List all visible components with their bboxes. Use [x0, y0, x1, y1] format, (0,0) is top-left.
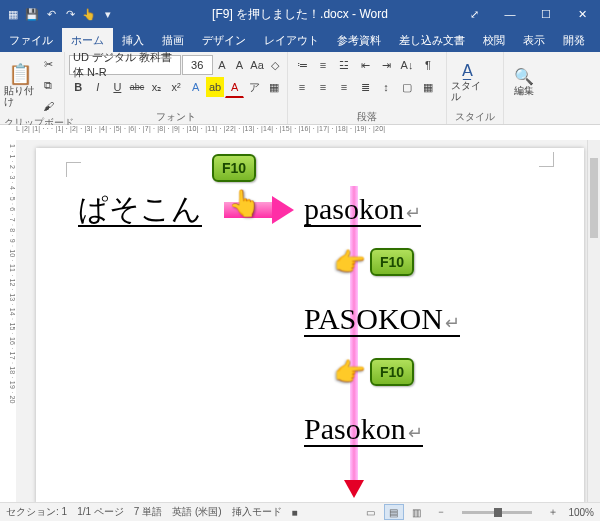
status-language[interactable]: 英語 (米国)	[172, 505, 221, 519]
zoom-in-button[interactable]: ＋	[548, 505, 558, 519]
indent-dec-icon[interactable]: ⇤	[355, 55, 375, 75]
maximize-button[interactable]: ☐	[528, 0, 564, 28]
show-marks-icon[interactable]: ¶	[418, 55, 438, 75]
tab-layout[interactable]: レイアウト	[255, 28, 328, 52]
group-paragraph-label: 段落	[292, 110, 442, 124]
tab-review[interactable]: 校閲	[474, 28, 514, 52]
font-name-select[interactable]: UD デジタル 教科書体 N-R	[69, 55, 181, 75]
grow-font-icon[interactable]: A	[214, 55, 231, 75]
arrow-right-head-icon	[272, 196, 294, 224]
text-effects-icon[interactable]: A	[186, 77, 205, 97]
superscript-button[interactable]: x²	[167, 77, 186, 97]
ruler-vertical[interactable]: 1 · 1 · 2 · 3 · 4 · 5 · 6 · 7 · 8 · 9 · …	[0, 140, 17, 503]
format-painter-icon[interactable]: 🖌	[38, 96, 58, 116]
tab-home[interactable]: ホーム	[62, 28, 113, 52]
group-font-label: フォント	[69, 110, 283, 124]
tab-view[interactable]: 表示	[514, 28, 554, 52]
bullets-icon[interactable]: ≔	[292, 55, 312, 75]
shading-icon[interactable]: ▢	[397, 77, 417, 97]
document-area: ぱそこん pasokon↵ PASOKON↵ Pasokon↵ F10 👆	[16, 140, 600, 503]
indent-inc-icon[interactable]: ⇥	[376, 55, 396, 75]
touch-mode-icon[interactable]: 👆	[82, 7, 96, 21]
subscript-button[interactable]: x₂	[147, 77, 166, 97]
change-case-icon[interactable]: Aa	[249, 55, 266, 75]
align-left-icon[interactable]: ≡	[292, 77, 312, 97]
redo-icon[interactable]: ↷	[63, 7, 77, 21]
view-web-icon[interactable]: ▥	[406, 504, 426, 520]
title-bar: ▦ 💾 ↶ ↷ 👆 ▾ [F9] を押しました！.docx - Word ⤢ —…	[0, 0, 600, 28]
tab-design[interactable]: デザイン	[193, 28, 255, 52]
char-border-icon[interactable]: ▦	[264, 77, 283, 97]
return-mark-icon: ↵	[408, 423, 423, 443]
view-print-icon[interactable]: ▤	[384, 504, 404, 520]
styles-button[interactable]: A̲ スタイル	[451, 59, 483, 105]
tab-help[interactable]: ヘルプ	[594, 28, 600, 52]
line-spacing-icon[interactable]: ↕	[376, 77, 396, 97]
highlight-icon[interactable]: ab	[206, 77, 225, 97]
page[interactable]: ぱそこん pasokon↵ PASOKON↵ Pasokon↵ F10 👆	[36, 148, 584, 503]
styles-icon: A̲	[462, 62, 473, 80]
numbering-icon[interactable]: ≡	[313, 55, 333, 75]
zoom-percent[interactable]: 100%	[568, 507, 594, 518]
pointing-hand-icon: 👆	[335, 246, 366, 278]
word-app-icon: ▦	[6, 7, 20, 21]
status-macro-rec-icon[interactable]: ■	[292, 507, 298, 518]
clear-format-icon[interactable]: ◇	[266, 55, 283, 75]
paste-button[interactable]: 📋 貼り付け	[4, 62, 36, 108]
pointing-hand-icon: 👆	[228, 188, 260, 219]
underline-button[interactable]: U	[108, 77, 127, 97]
tab-mailings[interactable]: 差し込み文書	[390, 28, 474, 52]
scrollbar-thumb[interactable]	[590, 158, 598, 238]
font-color-icon[interactable]: A	[225, 77, 244, 98]
font-size-select[interactable]: 36	[182, 55, 213, 75]
badge-f10-top: F10	[212, 154, 256, 182]
text-uppercase-value: PASOKON	[304, 302, 443, 335]
group-font: UD デジタル 教科書体 N-R 36 A A Aa ◇ B I U abc x…	[65, 52, 288, 124]
editing-button[interactable]: 🔍 編集	[508, 59, 540, 105]
group-editing: 🔍 編集	[504, 52, 554, 124]
multilevel-icon[interactable]: ☳	[334, 55, 354, 75]
editing-label: 編集	[514, 85, 534, 96]
borders-icon[interactable]: ▦	[418, 77, 438, 97]
save-icon[interactable]: 💾	[25, 7, 39, 21]
align-center-icon[interactable]: ≡	[313, 77, 333, 97]
view-read-icon[interactable]: ▭	[361, 504, 381, 520]
status-section[interactable]: セクション: 1	[6, 505, 67, 519]
pointing-hand-icon: 👆	[335, 356, 366, 388]
strike-button[interactable]: abc	[128, 77, 147, 97]
ribbon-options-icon[interactable]: ⤢	[456, 0, 492, 28]
copy-icon[interactable]: ⧉	[38, 75, 58, 95]
phonetic-guide-icon[interactable]: ア	[245, 77, 264, 97]
group-clipboard: 📋 貼り付け ✂ ⧉ 🖌 クリップボード	[0, 52, 65, 124]
zoom-slider-thumb[interactable]	[494, 508, 502, 517]
minimize-button[interactable]: —	[492, 0, 528, 28]
return-mark-icon: ↵	[445, 313, 460, 333]
badge-f10-bottom: F10	[370, 358, 414, 386]
status-insert-mode[interactable]: 挿入モード	[232, 505, 282, 519]
align-right-icon[interactable]: ≡	[334, 77, 354, 97]
tab-developer[interactable]: 開発	[554, 28, 594, 52]
close-button[interactable]: ✕	[564, 0, 600, 28]
qat-more-icon[interactable]: ▾	[101, 7, 115, 21]
cut-icon[interactable]: ✂	[38, 54, 58, 74]
tab-insert[interactable]: 挿入	[113, 28, 153, 52]
tab-draw[interactable]: 描画	[153, 28, 193, 52]
tab-references[interactable]: 参考資料	[328, 28, 390, 52]
status-words[interactable]: 7 単語	[134, 505, 162, 519]
bold-button[interactable]: B	[69, 77, 88, 97]
sort-icon[interactable]: A↓	[397, 55, 417, 75]
tab-file[interactable]: ファイル	[0, 28, 62, 52]
shrink-font-icon[interactable]: A	[231, 55, 248, 75]
text-japanese-value: ぱそこん	[78, 192, 202, 225]
italic-button[interactable]: I	[89, 77, 108, 97]
vertical-scrollbar[interactable]	[587, 140, 600, 503]
justify-icon[interactable]: ≣	[355, 77, 375, 97]
status-bar: セクション: 1 1/1 ページ 7 単語 英語 (米国) 挿入モード ■ ▭ …	[0, 502, 600, 521]
margin-mark-tl	[66, 162, 81, 177]
status-page[interactable]: 1/1 ページ	[77, 505, 124, 519]
zoom-slider[interactable]	[462, 511, 532, 514]
undo-icon[interactable]: ↶	[44, 7, 58, 21]
arrow-down-head-icon	[344, 480, 364, 498]
zoom-out-button[interactable]: －	[436, 505, 446, 519]
margin-mark-tr	[539, 152, 554, 167]
